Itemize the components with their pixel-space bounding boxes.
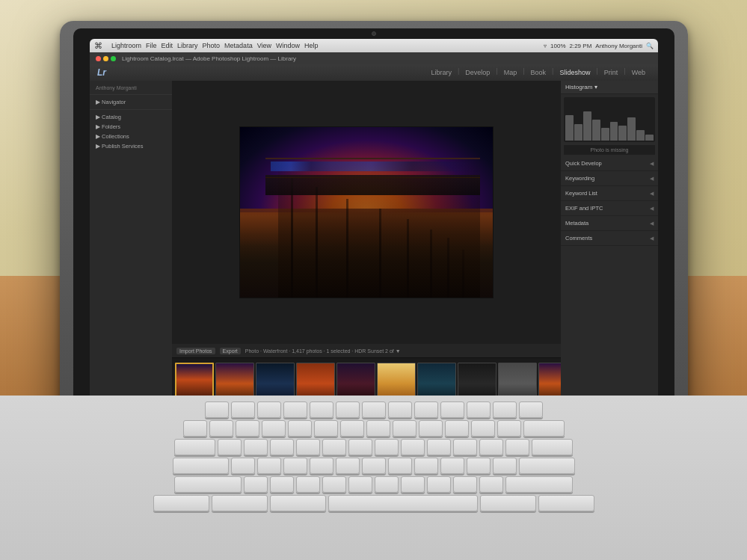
panel-item-navigator[interactable]: ▶ Navigator — [90, 97, 172, 107]
menubar-window[interactable]: Window — [276, 42, 300, 49]
key-period[interactable] — [453, 476, 477, 493]
key-o[interactable] — [427, 439, 451, 455]
key-quote[interactable] — [493, 458, 517, 474]
key-8[interactable] — [393, 420, 416, 437]
comments-section[interactable]: Comments ◀ — [561, 231, 658, 246]
key-f1[interactable] — [231, 401, 255, 418]
menubar-lightroom[interactable]: Lightroom — [111, 42, 141, 49]
tab-slideshow[interactable]: Slideshow — [554, 67, 595, 78]
key-lshift[interactable] — [174, 476, 242, 493]
quick-develop-section[interactable]: Quick Develop ◀ — [561, 156, 658, 171]
key-rbracket[interactable] — [505, 439, 529, 455]
tab-web[interactable]: Web — [627, 67, 651, 78]
metadata-section[interactable]: Metadata ◀ — [561, 216, 658, 231]
close-button[interactable] — [96, 56, 101, 61]
key-2[interactable] — [236, 420, 259, 437]
apple-menu-icon[interactable]: ⌘ — [94, 41, 102, 51]
key-tab[interactable] — [174, 439, 215, 455]
key-k[interactable] — [414, 458, 438, 474]
key-7[interactable] — [366, 420, 390, 437]
key-m[interactable] — [401, 476, 425, 493]
exif-iptc-section[interactable]: EXIF and IPTC ◀ — [561, 201, 658, 216]
key-a[interactable] — [231, 458, 255, 474]
key-ctrl[interactable] — [212, 495, 268, 511]
key-s[interactable] — [257, 458, 281, 474]
key-semicolon[interactable] — [467, 458, 491, 474]
minimize-button[interactable] — [103, 56, 108, 61]
key-f6[interactable] — [362, 401, 386, 418]
maximize-button[interactable] — [111, 56, 116, 61]
key-x[interactable] — [270, 476, 294, 493]
key-b[interactable] — [348, 476, 372, 493]
key-g[interactable] — [336, 458, 360, 474]
key-ralt[interactable] — [480, 495, 536, 511]
key-comma[interactable] — [427, 476, 451, 493]
search-icon[interactable]: 🔍 — [646, 43, 654, 49]
tab-develop[interactable]: Develop — [460, 67, 495, 78]
key-f9[interactable] — [440, 401, 464, 418]
tab-print[interactable]: Print — [599, 67, 624, 78]
menubar-help[interactable]: Help — [304, 42, 319, 49]
key-slash[interactable] — [479, 476, 503, 493]
key-space[interactable] — [328, 495, 478, 511]
key-p[interactable] — [453, 439, 477, 455]
key-j[interactable] — [388, 458, 412, 474]
key-i[interactable] — [401, 439, 425, 455]
key-z[interactable] — [244, 476, 268, 493]
menubar-photo[interactable]: Photo — [203, 42, 221, 49]
key-c[interactable] — [296, 476, 320, 493]
key-d[interactable] — [283, 458, 307, 474]
key-f10[interactable] — [467, 401, 491, 418]
key-backslash[interactable] — [532, 439, 573, 455]
key-f8[interactable] — [414, 401, 438, 418]
key-f3[interactable] — [283, 401, 307, 418]
keyword-list-section[interactable]: Keyword List ◀ — [561, 186, 658, 201]
key-q[interactable] — [218, 439, 242, 455]
menubar-metadata[interactable]: Metadata — [224, 42, 253, 49]
key-w[interactable] — [244, 439, 268, 455]
key-y[interactable] — [348, 439, 372, 455]
panel-item-catalog[interactable]: ▶ Catalog — [90, 112, 172, 122]
panel-item-publish[interactable]: ▶ Publish Services — [90, 141, 172, 151]
key-n[interactable] — [375, 476, 399, 493]
key-f4[interactable] — [310, 401, 333, 418]
menubar-view[interactable]: View — [257, 42, 271, 49]
key-caps[interactable] — [173, 458, 229, 474]
tab-library[interactable]: Library — [425, 67, 457, 78]
key-6[interactable] — [340, 420, 364, 437]
key-minus[interactable] — [471, 420, 495, 437]
panel-item-collections[interactable]: ▶ Collections — [90, 132, 172, 141]
key-return[interactable] — [519, 458, 575, 474]
key-v[interactable] — [322, 476, 346, 493]
panel-item-folders[interactable]: ▶ Folders — [90, 122, 172, 132]
key-f5[interactable] — [336, 401, 360, 418]
import-button[interactable]: Import Photos — [176, 348, 215, 354]
tab-book[interactable]: Book — [526, 67, 552, 78]
key-f[interactable] — [310, 458, 333, 474]
key-t[interactable] — [322, 439, 346, 455]
key-f12[interactable] — [519, 401, 543, 418]
key-rshift[interactable] — [505, 476, 573, 493]
key-4[interactable] — [288, 420, 312, 437]
key-backtick[interactable] — [183, 420, 207, 437]
key-backspace[interactable] — [523, 420, 565, 437]
key-r[interactable] — [296, 439, 320, 455]
menubar-edit[interactable]: Edit — [162, 42, 173, 49]
key-lbracket[interactable] — [479, 439, 503, 455]
key-0[interactable] — [445, 420, 469, 437]
key-equals[interactable] — [497, 420, 521, 437]
key-l[interactable] — [440, 458, 464, 474]
menubar-library[interactable]: Library — [177, 42, 198, 49]
key-5[interactable] — [314, 420, 338, 437]
key-3[interactable] — [262, 420, 286, 437]
keywording-section[interactable]: Keywording ◀ — [561, 171, 658, 186]
key-1[interactable] — [209, 420, 233, 437]
key-h[interactable] — [362, 458, 386, 474]
key-alt[interactable] — [270, 495, 326, 511]
key-fn[interactable] — [153, 495, 209, 511]
key-rcmd[interactable] — [538, 495, 594, 511]
key-9[interactable] — [419, 420, 443, 437]
export-button[interactable]: Export — [220, 348, 241, 354]
key-f7[interactable] — [388, 401, 412, 418]
key-e[interactable] — [270, 439, 294, 455]
